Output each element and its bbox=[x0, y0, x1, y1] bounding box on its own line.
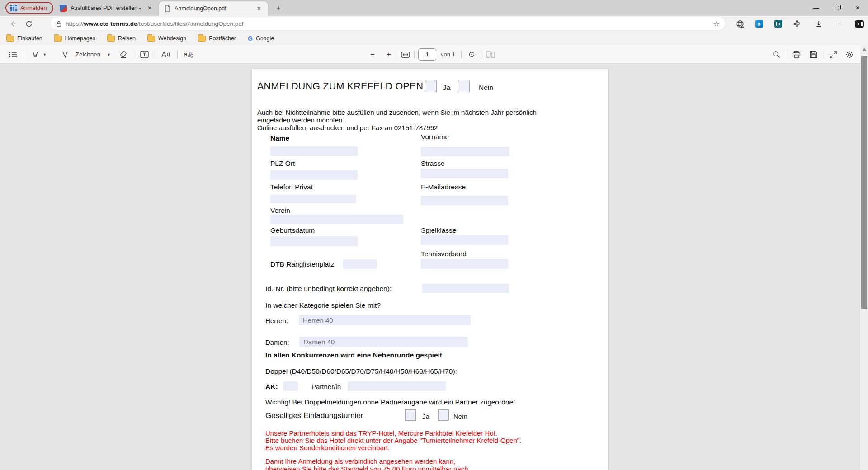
pdf-toolbar: ▼ Zeichnen ▼ A aあ − + von 1 bbox=[0, 45, 860, 64]
close-button[interactable]: ✕ bbox=[847, 0, 868, 16]
translate-page-icon[interactable]: aあ bbox=[181, 48, 197, 61]
zoom-out-button[interactable]: − bbox=[366, 48, 379, 61]
field-plz-ort[interactable] bbox=[270, 170, 358, 180]
bookmark-folder-reisen[interactable]: Reisen bbox=[107, 35, 136, 42]
bookmark-label: Postfächer bbox=[209, 35, 236, 42]
field-vorname[interactable] bbox=[421, 147, 509, 156]
zoom-in-button[interactable]: + bbox=[382, 48, 395, 61]
field-name[interactable] bbox=[270, 146, 358, 156]
label-doppel: Doppel (D40/D50/D60/D65/D70/D75/H40/H50/… bbox=[265, 367, 457, 376]
back-button[interactable] bbox=[5, 16, 20, 32]
add-text-icon[interactable] bbox=[137, 48, 151, 61]
field-dtb-ranglistenplatz[interactable] bbox=[343, 259, 377, 269]
field-partner[interactable] bbox=[348, 381, 446, 391]
navigation-bar: https://www.ctc-tennis.de/test/userfiles… bbox=[0, 16, 868, 32]
vertical-scrollbar[interactable] bbox=[860, 45, 868, 470]
select-herren[interactable]: Herren 40 bbox=[299, 315, 471, 325]
label-partner: Partner/in bbox=[311, 383, 341, 390]
folder-icon bbox=[198, 36, 206, 42]
sidebar-copilot-icon[interactable] bbox=[852, 16, 867, 32]
select-damen[interactable]: Damen 40 bbox=[299, 337, 468, 347]
bookmark-label: Homepages bbox=[65, 35, 95, 42]
teal-extension-icon[interactable] bbox=[770, 16, 786, 32]
label-herren: Herren: bbox=[265, 317, 288, 324]
new-tab-button[interactable]: + bbox=[273, 3, 284, 14]
bookmark-label: Webdesign bbox=[158, 35, 186, 42]
bookmark-folder-homepages[interactable]: Homepages bbox=[54, 35, 95, 42]
checkbox-gesellig-nein[interactable] bbox=[438, 409, 449, 421]
print-icon[interactable] bbox=[789, 48, 803, 61]
google-g-icon: G bbox=[248, 35, 253, 42]
tab1-favicon-icon bbox=[60, 5, 67, 12]
bookmark-folder-postfaecher[interactable]: Postfächer bbox=[198, 35, 236, 42]
table-of-contents-icon[interactable] bbox=[6, 48, 20, 61]
tab2-close-icon[interactable]: ✕ bbox=[255, 5, 263, 12]
browser-window: Anmelden Ausfüllbares PDF erstellen - Mo… bbox=[0, 0, 868, 470]
draw-button[interactable]: Zeichnen ▼ bbox=[57, 48, 115, 61]
field-verein[interactable] bbox=[270, 215, 403, 224]
label-ja: Ja bbox=[443, 84, 450, 92]
bookmark-label: Einkaufen bbox=[17, 35, 42, 42]
bookmark-folder-webdesign[interactable]: Webdesign bbox=[147, 35, 186, 42]
search-icon[interactable] bbox=[769, 48, 783, 61]
bookmark-google[interactable]: G Google bbox=[248, 35, 274, 42]
rotate-icon[interactable] bbox=[465, 48, 478, 61]
translate-globe-icon[interactable] bbox=[732, 16, 748, 32]
page-view-icon[interactable] bbox=[484, 48, 497, 61]
downloads-button[interactable] bbox=[811, 16, 826, 32]
intro-line-3: Online ausfüllen, ausdrucken und per Fax… bbox=[257, 124, 438, 132]
read-aloud-icon[interactable]: A bbox=[158, 48, 174, 61]
field-email[interactable] bbox=[421, 196, 508, 205]
highlighter-button[interactable]: ▼ bbox=[27, 48, 51, 61]
red-note-hotels-1: Unsere Partnerhotels sind das TRYP-Hotel… bbox=[265, 429, 497, 437]
scrollbar-thumb[interactable] bbox=[861, 56, 867, 309]
more-options-icon[interactable]: ··· bbox=[832, 16, 847, 32]
label-geburtsdatum: Geburtsdatum bbox=[270, 226, 315, 235]
address-bar[interactable]: https://www.ctc-tennis.de/test/userfiles… bbox=[51, 17, 725, 30]
label-idnr: Id.-Nr. (bitte unbedingt korrekt angeben… bbox=[265, 285, 392, 293]
fit-to-width-icon[interactable] bbox=[399, 48, 412, 61]
label-email: E-Mailadresse bbox=[421, 183, 466, 191]
field-ak[interactable] bbox=[283, 381, 298, 391]
red-note-payment-1: Damit Ihre Anmeldung als verbindlich ang… bbox=[265, 457, 455, 465]
lock-icon[interactable] bbox=[56, 21, 61, 27]
label-ak: AK: bbox=[265, 383, 278, 391]
checkbox-title-nein[interactable] bbox=[458, 80, 470, 92]
field-idnr[interactable] bbox=[422, 284, 509, 293]
field-telefon[interactable] bbox=[270, 195, 356, 203]
signin-label: Anmelden bbox=[20, 5, 47, 11]
field-strasse[interactable] bbox=[421, 169, 508, 178]
eraser-icon[interactable] bbox=[117, 48, 130, 61]
red-note-hotels-3: Es wurden Sonderkonditionen vereinbart. bbox=[265, 444, 390, 451]
favorite-star-icon[interactable]: ☆ bbox=[713, 19, 720, 28]
label-dtb-ranglistenplatz: DTB Ranglistenplatz bbox=[270, 260, 334, 268]
field-spielklasse[interactable] bbox=[421, 235, 508, 245]
outlook-extension-icon[interactable]: o bbox=[751, 16, 767, 32]
signin-button[interactable]: Anmelden bbox=[5, 2, 53, 14]
checkbox-title-ja[interactable] bbox=[425, 80, 437, 92]
fullscreen-icon[interactable] bbox=[826, 48, 840, 61]
folder-icon bbox=[107, 36, 115, 42]
restore-button[interactable] bbox=[826, 0, 847, 16]
checkbox-gesellig-ja[interactable] bbox=[405, 409, 416, 421]
bookmark-folder-einkaufen[interactable]: Einkaufen bbox=[6, 35, 42, 42]
settings-gear-icon[interactable] bbox=[843, 48, 856, 61]
folder-icon bbox=[147, 36, 155, 42]
label-strasse: Strasse bbox=[421, 160, 445, 168]
extensions-puzzle-icon[interactable] bbox=[789, 16, 805, 32]
save-icon[interactable] bbox=[807, 48, 820, 61]
reload-button[interactable] bbox=[22, 16, 36, 32]
tab1-close-icon[interactable]: ✕ bbox=[146, 5, 154, 12]
minimize-button[interactable]: — bbox=[806, 0, 826, 16]
page-number-input[interactable] bbox=[418, 48, 436, 61]
tab-ausfuellbares-pdf[interactable]: Ausfüllbares PDF erstellen - Mob ✕ bbox=[55, 0, 158, 16]
field-geburtsdatum[interactable] bbox=[270, 236, 358, 246]
outlook-badge: o bbox=[755, 20, 763, 28]
tab-anmeldungopen-pdf[interactable]: AnmeldungOpen.pdf ✕ bbox=[159, 1, 268, 16]
field-tennisverband[interactable] bbox=[421, 259, 508, 269]
tab-strip: Anmelden Ausfüllbares PDF erstellen - Mo… bbox=[0, 0, 868, 16]
form-title: ANMELDUNG ZUM KREFELD OPEN bbox=[257, 81, 423, 92]
label-name: Name bbox=[270, 134, 289, 142]
tab1-title: Ausfüllbares PDF erstellen - Mob bbox=[71, 5, 142, 11]
scroll-up-arrow[interactable] bbox=[862, 48, 867, 51]
